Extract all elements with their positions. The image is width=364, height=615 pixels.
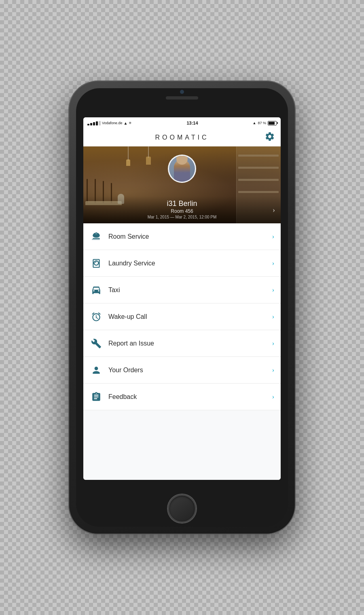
lamp-cord-2 (148, 146, 149, 158)
lamp-shade-1 (126, 159, 130, 166)
shelf-4 (238, 191, 279, 193)
room-service-icon (90, 230, 103, 243)
status-left: Vodafone.de ▲ ✳ (87, 121, 132, 125)
laundry-label: Laundry Service (108, 260, 272, 267)
carrier-name: Vodafone.de (102, 121, 123, 125)
app-header: ROOMATIC (83, 129, 281, 146)
your-orders-label: Your Orders (108, 367, 272, 374)
phone-device: Vodafone.de ▲ ✳ 13:14 ▲ 87 % ROOMATIC (69, 81, 295, 534)
app-title: ROOMATIC (155, 134, 209, 141)
gear-icon (265, 131, 275, 142)
your-orders-icon (90, 364, 103, 377)
room-service-label: Room Service (108, 233, 272, 240)
status-time: 13:14 (186, 121, 198, 125)
menu-item-room-service[interactable]: Room Service › (83, 223, 281, 250)
cloche-icon (91, 231, 102, 242)
status-right: ▲ 87 % (253, 121, 277, 125)
hotel-dates: Mar 1, 2015 — Mar 2, 2015, 12:00 PM (83, 215, 281, 219)
taxi-label: Taxi (108, 286, 272, 294)
shelf-3 (238, 179, 279, 181)
wakeup-chevron: › (272, 313, 274, 320)
shelf-2 (238, 167, 279, 169)
battery-icon (268, 121, 277, 125)
taxi-icon (90, 284, 103, 297)
menu-list: Room Service › Laundry Service › (83, 223, 281, 480)
feedback-chevron: › (272, 393, 274, 401)
battery-fill (269, 122, 275, 125)
feedback-icon (90, 390, 103, 403)
signal-icon (87, 121, 101, 125)
menu-item-laundry[interactable]: Laundry Service › (83, 250, 281, 277)
wakeup-label: Wake-up Call (108, 313, 272, 320)
navigation-icon: ▲ (253, 121, 256, 125)
speaker (166, 96, 198, 100)
shelf-1 (238, 155, 279, 157)
avatar-body (174, 159, 190, 182)
home-button[interactable] (168, 494, 196, 523)
camera (180, 90, 184, 94)
banner-arrow-icon: › (273, 206, 275, 214)
settings-button[interactable] (265, 131, 275, 144)
wifi-icon: ▲ (124, 121, 128, 125)
hotel-room: Room 456 (83, 208, 281, 214)
wrench-icon (91, 338, 102, 349)
your-orders-chevron: › (272, 367, 274, 374)
washer-icon (91, 258, 102, 269)
menu-item-wakeup[interactable]: Wake-up Call › (83, 303, 281, 330)
menu-item-your-orders[interactable]: Your Orders › (83, 357, 281, 384)
wakeup-icon (90, 310, 103, 323)
user-avatar (168, 155, 196, 183)
alarm-icon (91, 312, 102, 322)
svg-point-0 (93, 234, 99, 238)
report-issue-icon (90, 337, 103, 350)
notepad-icon (91, 392, 102, 402)
screen: Vodafone.de ▲ ✳ 13:14 ▲ 87 % ROOMATIC (83, 117, 281, 480)
menu-item-feedback[interactable]: Feedback › (83, 384, 281, 410)
menu-item-report-issue[interactable]: Report an Issue › (83, 330, 281, 357)
car-icon (91, 285, 102, 295)
lamp-shade-2 (146, 157, 151, 165)
battery-percent: 87 % (258, 121, 266, 125)
phone-inner: Vodafone.de ▲ ✳ 13:14 ▲ 87 % ROOMATIC (76, 88, 288, 527)
report-issue-chevron: › (272, 340, 274, 347)
status-bar: Vodafone.de ▲ ✳ 13:14 ▲ 87 % (83, 117, 281, 129)
avatar-head (176, 155, 188, 165)
report-issue-label: Report an Issue (108, 340, 272, 347)
hotel-banner[interactable]: i31 Berlin Room 456 Mar 1, 2015 — Mar 2,… (83, 146, 281, 223)
signal-extra-icon: ✳ (129, 121, 132, 125)
room-service-chevron: › (272, 233, 274, 240)
person-icon (91, 365, 102, 375)
menu-item-taxi[interactable]: Taxi › (83, 277, 281, 303)
taxi-chevron: › (272, 286, 274, 294)
lamp-cord-1 (128, 146, 129, 161)
laundry-chevron: › (272, 260, 274, 267)
laundry-icon (90, 257, 103, 270)
hotel-info-overlay: i31 Berlin Room 456 Mar 1, 2015 — Mar 2,… (83, 196, 281, 223)
feedback-label: Feedback (108, 393, 272, 401)
hotel-name: i31 Berlin (83, 199, 281, 208)
